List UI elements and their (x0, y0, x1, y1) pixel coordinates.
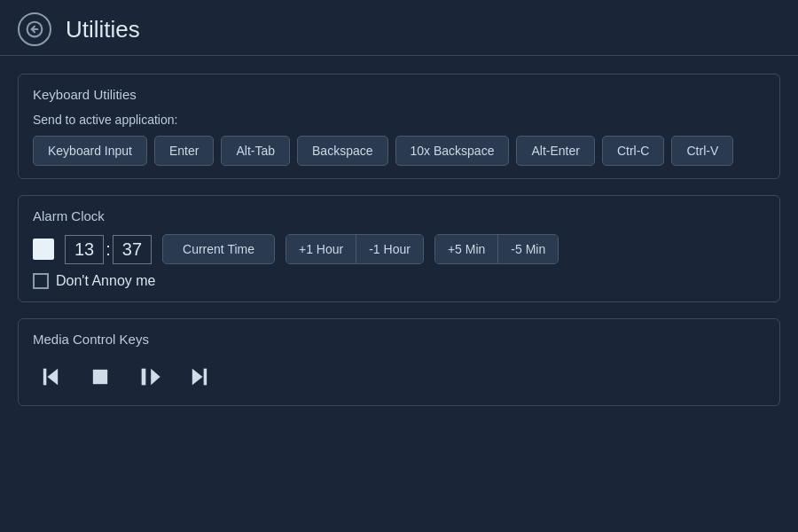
play-pause-button[interactable] (132, 361, 168, 393)
svg-rect-5 (142, 369, 146, 386)
next-track-button[interactable] (182, 361, 217, 393)
backspace-button[interactable]: Backspace (297, 136, 387, 166)
back-button[interactable] (18, 12, 51, 46)
10x-backspace-button[interactable]: 10x Backspace (395, 136, 510, 166)
ctrl-c-button[interactable]: Ctrl-C (602, 136, 665, 166)
hour-adjustment-group: +1 Hour -1 Hour (286, 234, 424, 264)
next-track-icon (187, 364, 212, 389)
main-content: Keyboard Utilities Send to active applic… (0, 56, 798, 424)
alarm-minute-display: 37 (113, 235, 152, 264)
header: Utilities (0, 0, 798, 56)
svg-marker-2 (48, 369, 59, 386)
enter-button[interactable]: Enter (154, 136, 214, 166)
dont-annoy-row: Don't Annoy me (33, 273, 765, 289)
page-title: Utilities (66, 16, 140, 43)
plus-hour-button[interactable]: +1 Hour (286, 235, 356, 263)
play-pause-icon (137, 364, 162, 389)
alarm-controls-row: 13 : 37 Current Time +1 Hour -1 Hour +5 … (33, 234, 765, 264)
prev-track-button[interactable] (33, 361, 68, 393)
alarm-section-title: Alarm Clock (33, 208, 765, 223)
alarm-hour-display: 13 (65, 235, 104, 264)
minus-hour-button[interactable]: -1 Hour (356, 235, 423, 263)
dont-annoy-label: Don't Annoy me (56, 273, 155, 289)
svg-rect-4 (93, 370, 107, 384)
svg-rect-8 (204, 369, 207, 386)
min-adjustment-group: +5 Min -5 Min (434, 234, 559, 264)
dont-annoy-checkbox[interactable] (33, 273, 49, 289)
svg-marker-7 (192, 369, 203, 386)
svg-rect-3 (43, 369, 47, 386)
time-colon: : (104, 239, 113, 260)
keyboard-section-subtitle: Send to active application: (33, 113, 765, 127)
plus-min-button[interactable]: +5 Min (435, 235, 498, 263)
stop-icon (88, 364, 113, 389)
svg-marker-6 (151, 369, 160, 386)
alarm-toggle-indicator[interactable] (33, 239, 54, 260)
keyboard-section-title: Keyboard Utilities (33, 87, 765, 102)
current-time-button[interactable]: Current Time (162, 234, 275, 264)
stop-button[interactable] (82, 361, 118, 393)
prev-track-icon (38, 364, 63, 389)
media-controls-group (33, 357, 765, 393)
alarm-clock-section: Alarm Clock 13 : 37 Current Time +1 Hour… (18, 195, 780, 302)
alt-enter-button[interactable]: Alt-Enter (516, 136, 594, 166)
ctrl-v-button[interactable]: Ctrl-V (671, 136, 733, 166)
media-section-title: Media Control Keys (33, 332, 765, 347)
time-display: 13 : 37 (65, 235, 152, 264)
alt-tab-button[interactable]: Alt-Tab (221, 136, 290, 166)
keyboard-buttons-group: Keyboard Input Enter Alt-Tab Backspace 1… (33, 136, 765, 166)
media-control-section: Media Control Keys (18, 318, 780, 406)
keyboard-input-button[interactable]: Keyboard Input (33, 136, 147, 166)
minus-min-button[interactable]: -5 Min (498, 235, 558, 263)
keyboard-utilities-section: Keyboard Utilities Send to active applic… (18, 74, 780, 179)
